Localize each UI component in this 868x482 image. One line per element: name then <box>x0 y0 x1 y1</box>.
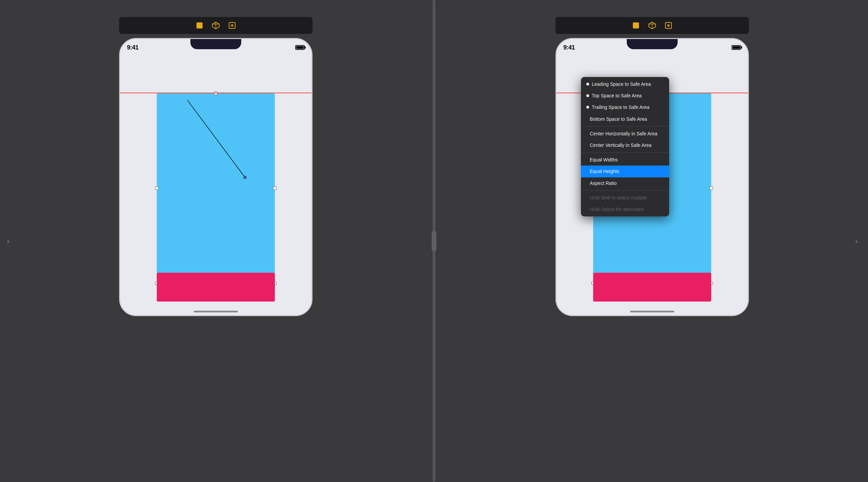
right-handle-right-center[interactable] <box>710 187 713 190</box>
menu-item-shift-hint-label: Hold Shift to select multiple <box>590 195 647 201</box>
upload-icon[interactable] <box>227 21 237 30</box>
menu-item-bottom-space-label: Bottom Space to Safe Area <box>590 116 647 122</box>
handle-left-center[interactable] <box>155 187 158 190</box>
right-notch <box>627 39 678 49</box>
left-home-indicator <box>194 311 238 312</box>
menu-item-equal-widths-label: Equal Widths <box>590 157 618 163</box>
menu-item-center-v[interactable]: Center Vertically in Safe Area <box>581 139 669 151</box>
right-battery-icon <box>732 45 741 50</box>
bullet-trailing <box>586 106 589 109</box>
menu-item-leading-space-label: Leading Space to Safe Area <box>592 81 651 87</box>
right-iphone-wrapper: 9:41 <box>555 38 749 316</box>
right-pink-bar <box>593 273 711 302</box>
right-cube-icon[interactable] <box>647 21 657 30</box>
right-stop-icon[interactable] <box>631 21 641 30</box>
menu-item-aspect-ratio[interactable]: Aspect Ratio <box>581 177 669 189</box>
menu-item-leading-space[interactable]: Leading Space to Safe Area <box>581 78 669 90</box>
stop-icon[interactable] <box>195 21 204 30</box>
left-panel: 9:41 <box>0 0 432 482</box>
menu-item-shift-hint: Hold Shift to select multiple <box>581 192 669 204</box>
right-toolbar <box>555 17 749 34</box>
svg-rect-0 <box>196 22 203 28</box>
svg-line-6 <box>187 100 245 177</box>
right-upload-icon[interactable] <box>664 21 673 30</box>
menu-item-trailing-space-label: Trailing Space to Safe Area <box>592 104 649 110</box>
left-red-guide <box>120 93 312 93</box>
left-toolbar <box>119 17 313 34</box>
menu-item-equal-widths[interactable]: Equal Widths <box>581 154 669 166</box>
menu-item-option-hint: Hold Option for alternates <box>581 204 669 215</box>
menu-item-top-space-label: Top Space to Safe Area <box>592 93 642 99</box>
left-iphone-wrapper: 9:41 <box>119 38 313 316</box>
menu-item-equal-heights[interactable]: Equal Heights <box>581 166 669 177</box>
menu-item-center-h-label: Center Horizontally in Safe Area <box>590 131 657 137</box>
left-status-time: 9:41 <box>127 44 138 51</box>
menu-section-4: Hold Shift to select multiple Hold Optio… <box>581 190 669 216</box>
bullet-top <box>586 94 589 97</box>
left-notch <box>190 39 241 49</box>
menu-section-1: Leading Space to Safe Area Top Space to … <box>581 77 669 126</box>
svg-rect-8 <box>633 22 639 28</box>
diagonal-line-svg <box>157 93 275 283</box>
left-nav-arrow[interactable]: › <box>7 236 10 246</box>
menu-section-3: Equal Widths Equal Heights Aspect Ratio <box>581 152 669 190</box>
menu-item-top-space[interactable]: Top Space to Safe Area <box>581 90 669 101</box>
menu-item-trailing-space[interactable]: Trailing Space to Safe Area <box>581 101 669 113</box>
svg-point-7 <box>243 176 247 179</box>
right-home-indicator <box>630 311 674 312</box>
center-divider <box>432 0 436 482</box>
menu-item-equal-heights-label: Equal Heights <box>590 168 619 174</box>
right-panel: 9:41 <box>436 0 868 482</box>
left-iphone-frame: 9:41 <box>119 38 313 316</box>
left-battery-icon <box>295 45 305 50</box>
menu-item-aspect-ratio-label: Aspect Ratio <box>590 180 617 186</box>
context-menu: Leading Space to Safe Area Top Space to … <box>581 77 669 216</box>
handle-right-center[interactable] <box>273 187 277 190</box>
menu-section-2: Center Horizontally in Safe Area Center … <box>581 126 669 152</box>
handle-top-center[interactable] <box>214 92 218 95</box>
left-pink-bar <box>157 273 275 302</box>
workspace: 9:41 <box>0 0 868 482</box>
bullet-leading <box>586 83 589 85</box>
menu-item-option-hint-label: Hold Option for alternates <box>590 206 644 212</box>
menu-item-center-h[interactable]: Center Horizontally in Safe Area <box>581 128 669 139</box>
left-blue-view[interactable] <box>157 93 275 283</box>
right-nav-arrow[interactable]: › <box>855 236 858 246</box>
menu-item-center-v-label: Center Vertically in Safe Area <box>590 142 652 148</box>
cube-icon[interactable] <box>211 21 221 30</box>
menu-item-bottom-space[interactable]: Bottom Space to Safe Area <box>581 113 669 125</box>
right-status-time: 9:41 <box>563 44 575 51</box>
divider-handle[interactable] <box>432 231 436 251</box>
